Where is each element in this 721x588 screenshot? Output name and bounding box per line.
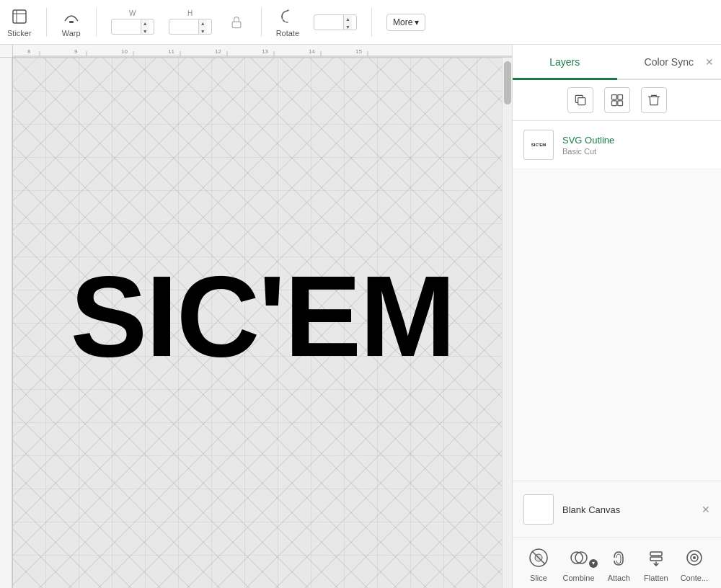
slice-icon xyxy=(526,545,552,571)
sticker-label: Sticker xyxy=(7,29,32,37)
delete-btn[interactable] xyxy=(641,87,667,113)
panel-actions xyxy=(513,80,721,121)
right-panel: Layers Color Sync ✕ xyxy=(512,45,721,588)
flatten-btn[interactable]: Flatten xyxy=(643,545,669,582)
svg-rect-23 xyxy=(611,95,616,100)
grid-canvas[interactable]: SIC'EM xyxy=(13,58,512,588)
slice-btn[interactable]: Slice xyxy=(526,545,552,582)
ruler-top: 8 9 10 11 12 13 14 15 xyxy=(13,45,512,58)
layer-thumbnail: SIC'EM xyxy=(523,130,554,160)
rotate-label: Rotate xyxy=(276,29,299,37)
size-h-down[interactable]: ▼ xyxy=(199,27,207,35)
layer-name: SVG Outline xyxy=(562,135,710,146)
size-w-down[interactable]: ▼ xyxy=(141,27,149,35)
rotate-icon xyxy=(278,6,298,27)
svg-text:9: 9 xyxy=(74,48,78,55)
svg-text:10: 10 xyxy=(121,48,128,55)
svg-rect-32 xyxy=(650,557,662,561)
size-w-up[interactable]: ▲ xyxy=(141,19,149,27)
scrollbar-thumb[interactable] xyxy=(504,61,511,104)
lock-tool[interactable] xyxy=(226,12,247,32)
duplicate-btn[interactable] xyxy=(567,87,593,113)
panel-spacer xyxy=(513,169,721,481)
size-w-input[interactable] xyxy=(112,22,141,31)
contour-label: Conte... xyxy=(681,574,709,582)
flatten-icon xyxy=(643,545,669,571)
rotate-input[interactable] xyxy=(314,18,343,27)
svg-rect-25 xyxy=(611,101,616,106)
blank-canvas-section: Blank Canvas ✕ xyxy=(513,481,721,538)
contour-icon xyxy=(681,545,707,571)
contour-btn[interactable]: Conte... xyxy=(681,545,709,582)
rotate-down[interactable]: ▼ xyxy=(344,23,352,30)
rotate-up[interactable]: ▲ xyxy=(344,15,352,23)
warp-label: Warp xyxy=(62,29,81,37)
attach-btn[interactable]: Attach xyxy=(606,545,632,582)
size-h-label: H xyxy=(187,9,193,17)
svg-text:15: 15 xyxy=(355,48,362,55)
size-h-up[interactable]: ▲ xyxy=(199,19,207,27)
flatten-label: Flatten xyxy=(644,574,668,582)
ruler-top-svg: 8 9 10 11 12 13 14 15 xyxy=(13,45,512,57)
more-button[interactable]: More ▾ xyxy=(386,14,425,31)
separator-3 xyxy=(261,8,262,37)
svg-text:11: 11 xyxy=(168,48,174,55)
layer-type: Basic Cut xyxy=(562,147,710,156)
rotate-input-wrapper: ▲ ▼ xyxy=(314,14,357,30)
layer-info: SVG Outline Basic Cut xyxy=(562,135,710,156)
bottom-toolbar: Slice ▾ Combine xyxy=(513,538,721,588)
combine-btn[interactable]: ▾ Combine xyxy=(563,545,595,582)
size-h-input-wrapper: ▲ ▼ xyxy=(169,19,212,35)
size-w-arrows: ▲ ▼ xyxy=(141,19,149,34)
tab-layers[interactable]: Layers xyxy=(513,45,617,80)
combine-arrow-badge: ▾ xyxy=(589,559,598,568)
sticker-tool[interactable]: Sticker xyxy=(7,6,32,37)
attach-label: Attach xyxy=(608,574,630,582)
svg-rect-2 xyxy=(232,22,241,27)
size-h-arrows: ▲ ▼ xyxy=(198,19,207,34)
svg-rect-31 xyxy=(650,552,662,556)
lock-icon xyxy=(226,12,247,32)
svg-text:13: 13 xyxy=(262,48,268,55)
slice-label: Slice xyxy=(530,574,547,582)
svg-point-35 xyxy=(693,556,696,559)
panel-close-icon[interactable]: ✕ xyxy=(705,56,714,68)
duplicate-icon xyxy=(573,93,588,107)
separator-2 xyxy=(96,8,97,37)
rotate-input-group: ▲ ▼ xyxy=(314,14,357,30)
svg-rect-0 xyxy=(13,10,26,23)
warp-tool[interactable]: Warp xyxy=(61,6,81,37)
canvas-main-text[interactable]: SIC'EM xyxy=(71,250,455,383)
separator-4 xyxy=(371,8,372,37)
combine-label: Combine xyxy=(563,574,595,582)
separator-1 xyxy=(46,8,47,37)
delete-icon xyxy=(647,93,661,107)
svg-text:8: 8 xyxy=(27,48,31,55)
group-btn[interactable] xyxy=(604,87,630,113)
more-chevron-icon: ▾ xyxy=(415,17,419,27)
ruler-left-svg xyxy=(0,58,13,588)
size-h-input[interactable] xyxy=(169,22,198,31)
layer-item[interactable]: SIC'EM SVG Outline Basic Cut xyxy=(513,121,721,169)
rotate-tool[interactable]: Rotate xyxy=(276,6,299,37)
svg-rect-24 xyxy=(617,95,622,100)
combine-icon xyxy=(566,545,592,571)
canvas-area[interactable]: 8 9 10 11 12 13 14 15 xyxy=(0,45,512,588)
svg-rect-1 xyxy=(69,21,74,23)
main-content: 8 9 10 11 12 13 14 15 xyxy=(0,45,721,588)
svg-text:14: 14 xyxy=(309,48,315,55)
vertical-scrollbar[interactable] xyxy=(502,58,512,588)
panel-tabs: Layers Color Sync ✕ xyxy=(513,45,721,80)
top-toolbar: Sticker Warp W ▲ ▼ H ▲ ▼ xyxy=(0,0,721,45)
more-label: More xyxy=(393,17,412,27)
blank-canvas-label: Blank Canvas xyxy=(562,504,620,515)
svg-text:12: 12 xyxy=(215,48,221,55)
attach-icon xyxy=(606,545,632,571)
size-w-input-wrapper: ▲ ▼ xyxy=(111,19,154,35)
size-w-label: W xyxy=(129,9,136,17)
ruler-corner xyxy=(0,45,13,58)
blank-canvas-close-icon[interactable]: ✕ xyxy=(702,504,710,515)
blank-canvas-thumbnail xyxy=(523,494,554,525)
blank-canvas-item[interactable]: Blank Canvas ✕ xyxy=(523,489,710,530)
rotate-arrows: ▲ ▼ xyxy=(343,15,352,30)
